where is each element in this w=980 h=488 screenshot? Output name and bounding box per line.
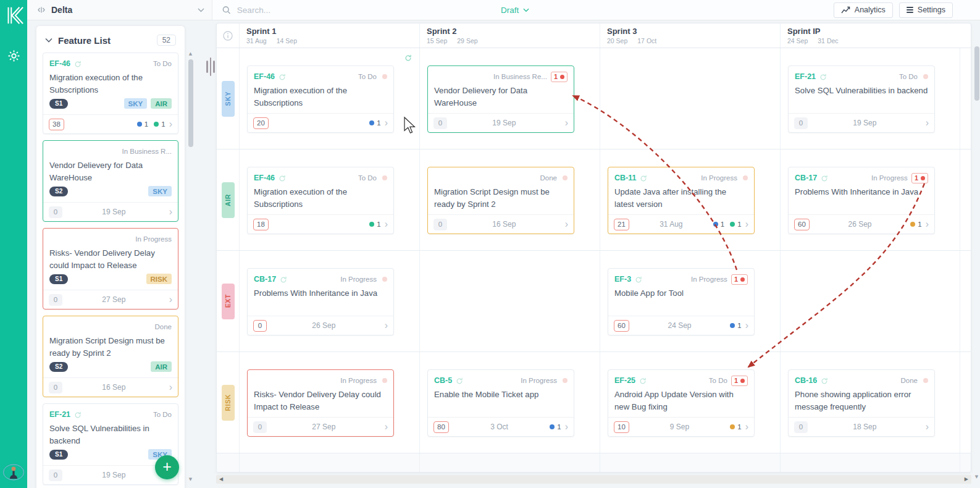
due-date: 16 Sep	[447, 220, 561, 229]
search-box[interactable]	[212, 0, 425, 20]
cell-air-sprint3[interactable]: CB-11In ProgressUpdate Java after instal…	[600, 149, 780, 250]
chevron-right-icon[interactable]: ›	[169, 208, 172, 216]
card[interactable]: CB-16DonePhone showing application error…	[788, 369, 935, 437]
card[interactable]: EF-25To Do1Android App Update Version wi…	[608, 369, 755, 437]
chevron-right-icon[interactable]: ›	[565, 119, 568, 127]
chevron-right-icon[interactable]: ›	[926, 119, 929, 127]
chevron-right-icon[interactable]: ›	[745, 321, 748, 330]
row-label-risk[interactable]: RISK	[222, 385, 235, 421]
card-title: Migration Script Design must be ready by…	[43, 333, 178, 359]
cell-sky-sprint2[interactable]: In Business Re...1Vendor Delievery for D…	[419, 48, 600, 149]
content: Feature List 52 EF-46To DoMigration exec…	[27, 20, 980, 488]
chevron-right-icon[interactable]: ›	[385, 220, 388, 229]
cell-air-sprint1[interactable]: EF-46To DoMigration execution of the Sub…	[239, 149, 419, 250]
card-title: Android App Update Version with new Bug …	[608, 387, 754, 417]
cell-sky-sprint4[interactable]: EF-21To DoSolve SQL Vulnerabilities in b…	[780, 48, 960, 149]
card[interactable]: In ProgressRisks- Vendor Delivery Delay …	[43, 228, 178, 309]
feature-list-header[interactable]: Feature List 52	[43, 26, 178, 53]
scroll-up-icon[interactable]: ▲	[189, 51, 192, 56]
draft-dropdown[interactable]: Draft	[501, 6, 529, 15]
search-input[interactable]	[237, 6, 416, 15]
scroll-down-icon[interactable]: ▼	[975, 474, 978, 479]
cell-ext-sprint1[interactable]: CB-17In ProgressProblems With Inheritanc…	[239, 251, 419, 351]
cell-risk-sprint3[interactable]: EF-25To Do1Android App Update Version wi…	[600, 352, 780, 453]
chevron-right-icon[interactable]: ›	[385, 423, 388, 431]
card-id: EF-46	[254, 72, 275, 81]
row-label-air[interactable]: AIR	[222, 182, 235, 218]
card-status: To Do	[899, 73, 918, 80]
chevron-right-icon[interactable]: ›	[169, 295, 172, 304]
card[interactable]: EF-46To DoMigration execution of the Sub…	[43, 53, 178, 134]
cell-sky-sprint1[interactable]: EF-46To DoMigration execution of the Sub…	[239, 48, 419, 149]
vertical-scrollbar[interactable]: ▼	[974, 46, 979, 479]
add-card-button[interactable]: +	[155, 455, 179, 479]
row-label-ext[interactable]: EXT	[222, 284, 235, 319]
card[interactable]: DoneMigration Script Design must be read…	[43, 316, 178, 397]
sidebar-scroll-thumb[interactable]	[188, 59, 193, 147]
chevron-right-icon[interactable]: ›	[926, 220, 929, 229]
chevron-right-icon[interactable]: ›	[926, 423, 929, 431]
card[interactable]: EF-46To DoMigration execution of the Sub…	[247, 167, 394, 234]
effort-badge: 0	[253, 320, 267, 332]
effort-badge: 0	[49, 469, 62, 481]
scroll-right-icon[interactable]: ▶	[965, 476, 968, 483]
card-status: To Do	[153, 411, 172, 418]
chevron-right-icon[interactable]: ›	[745, 423, 748, 431]
panel-resize-handle[interactable]	[205, 20, 216, 488]
card[interactable]: CB-5In ProgressEnable the Mobile Ticket …	[427, 369, 574, 437]
cell-risk-sprint1[interactable]: In ProgressRisks- Vendor Delivery Delay …	[239, 352, 419, 453]
cell-risk-sprint2[interactable]: CB-5In ProgressEnable the Mobile Ticket …	[419, 352, 600, 453]
info-icon[interactable]	[217, 23, 239, 48]
chevron-right-icon[interactable]: ›	[565, 220, 568, 229]
status-dot-icon	[382, 378, 387, 383]
app-logo-k[interactable]	[4, 6, 23, 28]
settings-button[interactable]: Settings	[899, 2, 953, 18]
scroll-down-icon[interactable]: ▼	[189, 477, 192, 482]
chevron-right-icon[interactable]: ›	[745, 220, 748, 229]
cell-ext-sprint2[interactable]	[419, 251, 600, 351]
dot-count: 1	[918, 221, 921, 228]
collapse-chevron-icon[interactable]	[45, 38, 52, 43]
chevron-right-icon[interactable]: ›	[385, 119, 388, 127]
sync-icon	[640, 175, 647, 182]
chevron-right-icon[interactable]: ›	[169, 120, 172, 128]
chevron-right-icon[interactable]: ›	[385, 321, 388, 330]
board-switcher[interactable]: Delta	[27, 0, 212, 20]
cell-ext-sprint4[interactable]	[780, 251, 960, 351]
card-header: EF-25To Do1	[608, 370, 754, 387]
card[interactable]: In Business Re...1Vendor Delievery for D…	[427, 65, 574, 133]
gear-icon[interactable]	[7, 49, 21, 65]
horizontal-scrollbar[interactable]: ◀ ▶	[216, 475, 971, 484]
card[interactable]: EF-3In Progress1Mobile App for Tool6024 …	[608, 268, 755, 335]
progress-dots: 1	[730, 423, 741, 431]
card[interactable]: In ProgressRisks- Vendor Delivery Delay …	[247, 369, 394, 437]
due-date: 26 Sep	[267, 321, 381, 330]
vertical-scroll-thumb[interactable]	[974, 46, 979, 101]
cell-sky-sprint3[interactable]	[600, 48, 780, 149]
card-id: EF-25	[614, 376, 635, 385]
due-date: 18 Sep	[808, 423, 922, 431]
row-label-sky[interactable]: SKY	[222, 81, 235, 117]
card[interactable]: DoneMigration Script Design must be read…	[427, 167, 574, 234]
cell-ext-sprint3[interactable]: EF-3In Progress1Mobile App for Tool6024 …	[600, 251, 780, 351]
user-avatar[interactable]	[2, 464, 25, 483]
scroll-left-icon[interactable]: ◀	[219, 476, 223, 483]
board-row-ext: EXTCB-17In ProgressProblems With Inherit…	[217, 251, 971, 352]
card[interactable]: CB-17In ProgressProblems With Inheritanc…	[247, 268, 394, 335]
card[interactable]: EF-46To DoMigration execution of the Sub…	[247, 65, 394, 133]
chevron-right-icon[interactable]: ›	[565, 423, 568, 431]
sync-icon	[279, 74, 286, 81]
card[interactable]: EF-21To DoSolve SQL Vulnerabilities in b…	[788, 65, 935, 133]
cell-risk-sprint4[interactable]: CB-16DonePhone showing application error…	[780, 352, 960, 453]
sprint-badge: S1	[49, 274, 68, 284]
cell-air-sprint2[interactable]: DoneMigration Script Design must be read…	[419, 149, 600, 250]
analytics-button[interactable]: Analytics	[834, 2, 893, 18]
tag-air: AIR	[151, 361, 172, 372]
refresh-icon[interactable]	[404, 53, 412, 64]
card[interactable]: CB-17In Progress1Problems With Inheritan…	[788, 167, 935, 234]
sidebar-scrollbar[interactable]: ▲ ▼	[188, 51, 193, 482]
chevron-right-icon[interactable]: ›	[169, 383, 172, 392]
card[interactable]: In Business R...Vendor Delievery for Dat…	[43, 140, 178, 222]
cell-air-sprint4[interactable]: CB-17In Progress1Problems With Inheritan…	[780, 149, 960, 250]
card[interactable]: CB-11In ProgressUpdate Java after instal…	[608, 167, 755, 234]
